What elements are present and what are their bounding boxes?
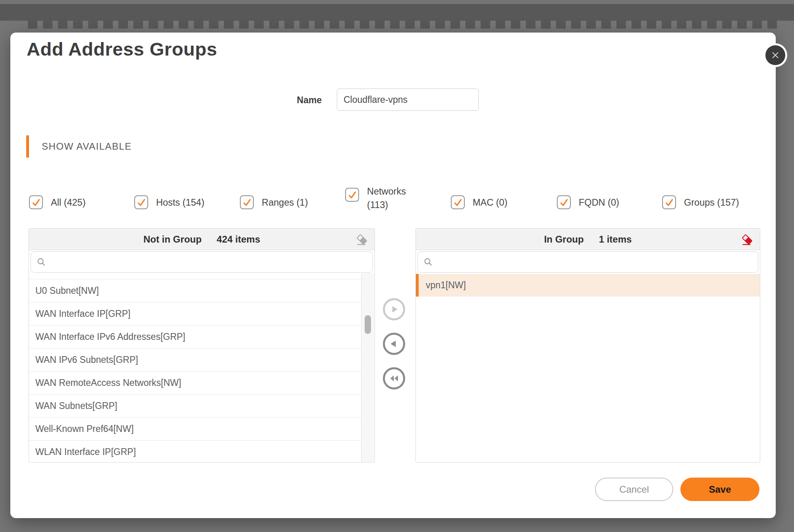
filter-label: MAC (0): [473, 196, 507, 209]
filter-checkbox[interactable]: Ranges (1): [240, 195, 308, 209]
checkbox-checked-icon: [240, 195, 254, 209]
list-item-label: WAN IPv6 Subnets[GRP]: [35, 355, 138, 365]
list-item[interactable]: WLAN Interface IP[GRP]: [29, 441, 361, 462]
checkbox-checked-icon: [557, 195, 571, 209]
filter-label: Hosts (154): [156, 196, 204, 209]
list-item-label: WAN Subnets[GRP]: [35, 401, 117, 411]
search-icon: [37, 257, 46, 267]
list-item-label: WAN Interface IP[GRP]: [35, 308, 130, 319]
panel-title: Not in Group: [143, 234, 202, 245]
not-in-group-list: U0 Subnet[NW] WAN Interface IP[GRP] WAN …: [29, 274, 361, 462]
cancel-button[interactable]: Cancel: [595, 478, 673, 501]
panel-count: 1 items: [599, 234, 632, 245]
save-button[interactable]: Save: [680, 478, 759, 501]
in-group-list: vpn1[NW]: [416, 274, 760, 462]
list-item-label: WAN Interface IPv6 Addresses[GRP]: [35, 332, 185, 342]
remove-from-group-button[interactable]: [383, 333, 405, 355]
clear-not-in-group-button[interactable]: [354, 231, 370, 247]
list-item-partial: [29, 274, 361, 279]
filter-label: FQDN (0): [579, 196, 619, 209]
arrow-left-icon: [389, 339, 399, 349]
dimmed-page-header: [0, 4, 794, 21]
close-icon: [770, 50, 780, 60]
section-accent-bar: [26, 135, 29, 158]
filter-checkbox[interactable]: MAC (0): [451, 195, 507, 209]
remove-all-from-group-button[interactable]: [383, 367, 405, 389]
dialog-title: Add Address Groups: [27, 38, 217, 60]
checkbox-checked-icon: [134, 195, 148, 209]
name-input[interactable]: [337, 89, 479, 111]
list-item-label: U0 Subnet[NW]: [35, 285, 99, 296]
list-item[interactable]: Well-Known Pref64[NW]: [29, 418, 361, 441]
list-item[interactable]: WAN Interface IPv6 Addresses[GRP]: [29, 326, 361, 349]
search-icon: [423, 257, 433, 267]
filter-checkbox[interactable]: FQDN (0): [557, 195, 619, 209]
checkbox-checked-icon: [662, 195, 676, 209]
dimmed-page-tabs: [28, 21, 778, 29]
in-group-panel: In Group 1 items: [415, 228, 760, 463]
left-scrollbar-thumb[interactable]: [365, 315, 371, 334]
move-to-group-button[interactable]: [383, 298, 405, 320]
list-item[interactable]: WAN Interface IP[GRP]: [29, 303, 361, 326]
filter-checkbox[interactable]: All (425): [29, 195, 86, 209]
add-address-groups-dialog: Add Address Groups Name SHOW AVAILABLE A…: [10, 33, 776, 518]
panel-count: 424 items: [217, 234, 260, 245]
screen-background: Add Address Groups Name SHOW AVAILABLE A…: [0, 0, 794, 532]
not-in-group-panel: Not in Group 424 items: [29, 228, 375, 463]
list-item-label: Well-Known Pref64[NW]: [35, 424, 134, 434]
filter-label: Ranges (1): [262, 196, 308, 209]
list-item[interactable]: WAN RemoteAccess Networks[NW]: [29, 372, 361, 395]
eraser-icon: [741, 233, 753, 246]
list-item[interactable]: WAN IPv6 Subnets[GRP]: [29, 349, 361, 372]
arrow-right-icon: [389, 304, 399, 314]
filter-label: All (425): [51, 196, 86, 209]
checkbox-checked-icon: [451, 195, 465, 209]
in-group-header: In Group 1 items: [416, 229, 760, 250]
list-item-label: WAN RemoteAccess Networks[NW]: [35, 378, 181, 388]
clear-in-group-button[interactable]: [739, 231, 755, 247]
checkbox-checked-icon: [345, 188, 359, 202]
list-item-label: WLAN Interface IP[GRP]: [35, 447, 136, 457]
list-item[interactable]: WAN Subnets[GRP]: [29, 395, 361, 418]
filter-checkbox[interactable]: Groups (157): [662, 195, 739, 209]
in-group-search-input[interactable]: [437, 256, 752, 268]
panel-title: In Group: [544, 234, 584, 245]
checkbox-checked-icon: [29, 195, 43, 209]
list-item[interactable]: vpn1[NW]: [416, 274, 760, 297]
left-scrollbar-track[interactable]: [361, 273, 374, 462]
list-item-label: vpn1[NW]: [426, 280, 466, 291]
not-in-group-search-input[interactable]: [50, 256, 367, 268]
show-available-section: SHOW AVAILABLE: [26, 135, 132, 158]
in-group-search: [417, 251, 758, 273]
not-in-group-header: Not in Group 424 items: [29, 229, 375, 250]
eraser-icon: [355, 233, 368, 246]
filter-checkbox[interactable]: Hosts (154): [134, 195, 204, 209]
close-button[interactable]: [765, 45, 785, 65]
section-label: SHOW AVAILABLE: [42, 141, 132, 152]
filter-label: Networks (113): [367, 185, 420, 212]
not-in-group-search: [31, 251, 373, 273]
double-arrow-left-icon: [388, 373, 400, 384]
name-label: Name: [274, 94, 322, 106]
list-item[interactable]: U0 Subnet[NW]: [29, 279, 361, 303]
filter-label: Groups (157): [684, 196, 739, 209]
filter-checkbox[interactable]: Networks (113): [345, 185, 420, 212]
